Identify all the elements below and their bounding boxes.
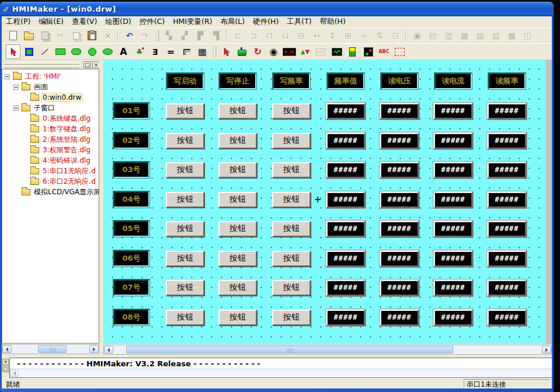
radio-control-icon[interactable]: ◉ [266,44,281,59]
line-tool-icon[interactable] [37,44,52,59]
layout-tool-6-icon[interactable]: ▨ [489,29,503,43]
cut-icon[interactable]: ✂ [53,29,68,43]
polyline-tool-icon[interactable] [179,44,194,59]
column-header-lcd-2[interactable]: 写停止 [219,73,256,89]
canvas-hscrollbar[interactable] [103,345,552,355]
row-3-display-1[interactable]: ##### [326,162,366,178]
row-6-button-2[interactable]: 按钮 [218,251,257,267]
menu-item-5[interactable]: 控件(C) [135,16,169,28]
column-header-lcd-7[interactable]: 读频率 [488,73,526,89]
paste-icon[interactable] [85,29,99,43]
row-label-lcd-2[interactable]: 02号 [113,132,149,149]
tree-item-8[interactable]: 3:权限警告.dlg [2,145,99,155]
row-4-button-3[interactable]: 按钮 [272,192,311,208]
tree-scroll-track[interactable] [12,345,89,353]
bitmap-tool-icon[interactable]: ♣ [132,44,147,59]
select-tool-icon[interactable] [6,44,20,59]
row-6-display-4[interactable]: ##### [487,250,527,267]
circle-tool-icon[interactable] [85,44,99,59]
copy-icon[interactable] [69,29,84,43]
tree-item-12[interactable]: 模拟LCD/VGA显示屏 [2,187,99,197]
panel-splitter[interactable] [99,60,103,344]
row-5-display-3[interactable]: ##### [433,220,473,237]
row-3-display-2[interactable]: ##### [380,162,419,178]
row-8-button-2[interactable]: 按钮 [218,310,257,326]
digital-display-control-icon[interactable]: 0.10 [282,44,297,59]
row-1-button-1[interactable]: 按钮 [166,103,204,119]
row-7-display-4[interactable]: ##### [487,279,527,296]
layout-tool-3-icon[interactable]: ▥ [441,29,456,43]
row-7-display-1[interactable]: ##### [326,279,366,296]
tree-item-4[interactable]: 子窗口 [2,103,99,113]
parallel-lines-tool-icon[interactable]: = [164,44,178,59]
row-8-display-1[interactable]: ##### [326,309,366,326]
same-width-icon[interactable]: ↔ [309,29,324,43]
row-1-display-2[interactable]: ##### [380,103,419,120]
fill-rect-tool-icon[interactable] [22,44,36,59]
align-top-icon[interactable]: ⊓ [262,29,277,43]
lamp-control-icon[interactable] [361,44,375,59]
row-5-button-1[interactable]: 按钮 [166,221,204,237]
row-5-button-3[interactable]: 按钮 [272,221,311,237]
row-4-display-1[interactable]: ##### [326,191,366,208]
menu-item-8[interactable]: 硬件(H) [249,16,283,28]
space-across-icon[interactable]: ÷ [357,29,371,43]
row-2-display-1[interactable]: ##### [326,132,366,149]
roundrect-tool-icon[interactable] [69,44,84,59]
canvas-scroll-thumb[interactable] [126,346,453,354]
layout-tool-5-icon[interactable]: ▧ [473,29,488,43]
row-6-button-1[interactable]: 按钮 [166,251,204,267]
space-down-icon[interactable]: ⇅ [373,29,387,43]
row-5-display-1[interactable]: ##### [326,220,366,237]
tree-item-2[interactable]: 画面 [2,82,99,92]
bargraph-control-icon[interactable] [345,44,360,59]
undo-icon[interactable]: ↶ [122,29,137,43]
row-5-button-2[interactable]: 按钮 [218,221,257,237]
row-7-display-2[interactable]: ##### [380,279,419,296]
row-3-button-3[interactable]: 按钮 [272,162,311,178]
trend-control-icon[interactable] [329,44,344,59]
align-bottom-icon[interactable]: ⊔ [278,29,293,43]
center-in-window-icon[interactable]: ⊡ [388,29,403,43]
row-1-button-2[interactable]: 按钮 [218,103,257,119]
row-8-button-3[interactable]: 按钮 [272,310,311,326]
edit-control-icon[interactable]: EDIT [314,44,328,59]
canvas-scroll-left-button[interactable] [104,346,113,354]
button-control-icon[interactable] [235,44,249,59]
scale-tool-icon[interactable]: Ǝ [148,44,162,59]
row-label-lcd-6[interactable]: 06号 [113,250,149,267]
tree-scroll-right-button[interactable] [89,345,99,353]
ellipse-tool-icon[interactable] [100,44,115,59]
tree-item-1[interactable]: 工程: 'HMI' [2,71,99,82]
redo-icon[interactable]: ↷ [138,29,152,43]
row-label-lcd-4[interactable]: 04号 [113,191,149,208]
row-label-lcd-7[interactable]: 07号 [113,279,149,296]
align-right-icon[interactable]: ⊐ [246,29,261,43]
row-label-lcd-3[interactable]: 03号 [113,162,149,178]
menu-item-2[interactable]: 编辑(E) [34,16,68,28]
row-6-display-1[interactable]: ##### [326,250,366,267]
send-to-back-icon[interactable]: ▞ [178,29,192,43]
row-8-button-1[interactable]: 按钮 [166,310,204,326]
row-5-display-2[interactable]: ##### [380,220,419,237]
design-canvas[interactable]: 写启动写停止写频率频率值读电压读电流读频率01号按钮按钮按钮##########… [103,60,546,344]
layout-tool-7-icon[interactable]: ▩ [505,29,519,43]
canvas-scroll-right-button[interactable] [542,346,551,354]
move-forward-icon[interactable]: ▛ [193,29,208,43]
tree-item-7[interactable]: 2:系统登陆.dlg [2,134,99,145]
menu-item-4[interactable]: 绘图(D) [101,16,135,28]
row-3-button-1[interactable]: 按钮 [166,162,204,178]
column-header-lcd-3[interactable]: 写频率 [273,73,310,89]
tree-item-6[interactable]: 1:数字键盘.dlg [2,124,99,134]
row-6-display-3[interactable]: ##### [433,250,473,267]
row-2-button-2[interactable]: 按钮 [218,133,257,149]
row-1-display-1[interactable]: ##### [326,103,366,120]
row-1-display-4[interactable]: ##### [487,103,527,120]
row-2-display-2[interactable]: ##### [380,132,419,149]
tree-item-5[interactable]: 0:系统键盘.dlg [2,113,99,124]
layout-tool-8-icon[interactable]: ◫ [520,29,535,43]
text-tool-icon[interactable]: A [116,44,131,59]
marquee-control-icon[interactable] [392,44,407,59]
tree-item-9[interactable]: 4:密码错误.dlg [2,155,99,166]
row-6-button-3[interactable]: 按钮 [272,251,311,267]
